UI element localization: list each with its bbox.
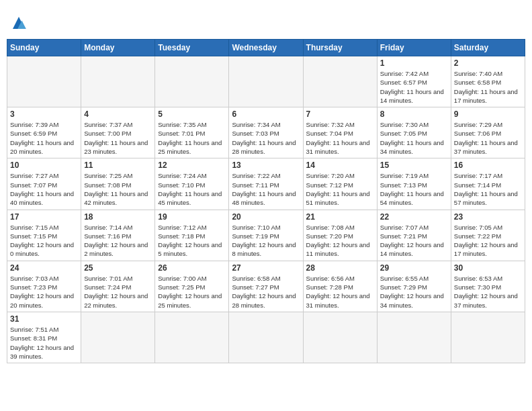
calendar-cell: 26Sunrise: 7:00 AM Sunset: 7:25 PM Dayli… <box>155 261 229 312</box>
day-info: Sunrise: 7:51 AM Sunset: 8:31 PM Dayligh… <box>10 325 78 361</box>
day-number: 24 <box>10 263 78 273</box>
calendar-cell: 22Sunrise: 7:07 AM Sunset: 7:21 PM Dayli… <box>377 210 451 261</box>
calendar-cell <box>81 56 155 107</box>
day-number: 29 <box>380 263 448 273</box>
calendar-cell: 1Sunrise: 7:42 AM Sunset: 6:57 PM Daylig… <box>377 56 451 107</box>
calendar-cell <box>303 56 377 107</box>
calendar-cell: 23Sunrise: 7:05 AM Sunset: 7:22 PM Dayli… <box>451 210 525 261</box>
day-number: 18 <box>84 212 152 222</box>
calendar-cell: 21Sunrise: 7:08 AM Sunset: 7:20 PM Dayli… <box>303 210 377 261</box>
day-info: Sunrise: 7:20 AM Sunset: 7:12 PM Dayligh… <box>306 171 374 207</box>
calendar-cell: 11Sunrise: 7:25 AM Sunset: 7:08 PM Dayli… <box>81 158 155 210</box>
logo-icon <box>7 11 31 35</box>
day-number: 6 <box>232 109 300 119</box>
day-info: Sunrise: 7:19 AM Sunset: 7:13 PM Dayligh… <box>380 171 448 207</box>
day-info: Sunrise: 7:14 AM Sunset: 7:16 PM Dayligh… <box>84 223 152 259</box>
calendar-cell: 8Sunrise: 7:30 AM Sunset: 7:05 PM Daylig… <box>377 107 451 158</box>
calendar-cell: 16Sunrise: 7:17 AM Sunset: 7:14 PM Dayli… <box>451 158 525 210</box>
day-info: Sunrise: 6:56 AM Sunset: 7:28 PM Dayligh… <box>306 274 374 310</box>
day-number: 22 <box>380 212 448 222</box>
day-number: 13 <box>232 161 300 170</box>
day-number: 26 <box>158 263 226 273</box>
calendar-cell <box>155 56 229 107</box>
calendar-cell: 12Sunrise: 7:24 AM Sunset: 7:10 PM Dayli… <box>155 158 229 210</box>
calendar-cell <box>377 312 451 363</box>
day-info: Sunrise: 7:27 AM Sunset: 7:07 PM Dayligh… <box>10 171 78 207</box>
day-info: Sunrise: 6:53 AM Sunset: 7:30 PM Dayligh… <box>454 274 522 310</box>
day-info: Sunrise: 7:07 AM Sunset: 7:21 PM Dayligh… <box>380 223 448 259</box>
day-number: 15 <box>380 161 448 170</box>
calendar-cell <box>303 312 377 363</box>
day-info: Sunrise: 7:42 AM Sunset: 6:57 PM Dayligh… <box>380 69 448 105</box>
week-row-5: 24Sunrise: 7:03 AM Sunset: 7:23 PM Dayli… <box>7 261 525 312</box>
day-number: 1 <box>380 58 448 68</box>
week-row-1: 1Sunrise: 7:42 AM Sunset: 6:57 PM Daylig… <box>7 56 525 107</box>
calendar-cell: 9Sunrise: 7:29 AM Sunset: 7:06 PM Daylig… <box>451 107 525 158</box>
weekday-header-tuesday: Tuesday <box>155 40 229 56</box>
day-number: 9 <box>454 109 522 119</box>
calendar-cell: 15Sunrise: 7:19 AM Sunset: 7:13 PM Dayli… <box>377 158 451 210</box>
calendar-cell: 7Sunrise: 7:32 AM Sunset: 7:04 PM Daylig… <box>303 107 377 158</box>
day-info: Sunrise: 7:24 AM Sunset: 7:10 PM Dayligh… <box>158 171 226 207</box>
calendar-cell: 17Sunrise: 7:15 AM Sunset: 7:15 PM Dayli… <box>7 210 81 261</box>
day-info: Sunrise: 6:55 AM Sunset: 7:29 PM Dayligh… <box>380 274 448 310</box>
calendar-cell <box>81 312 155 363</box>
day-number: 20 <box>232 212 300 222</box>
weekday-header-row: SundayMondayTuesdayWednesdayThursdayFrid… <box>7 40 525 56</box>
calendar-cell: 3Sunrise: 7:39 AM Sunset: 6:59 PM Daylig… <box>7 107 81 158</box>
calendar-cell <box>7 56 81 107</box>
day-info: Sunrise: 7:39 AM Sunset: 6:59 PM Dayligh… <box>10 120 78 156</box>
day-info: Sunrise: 7:37 AM Sunset: 7:00 PM Dayligh… <box>84 120 152 156</box>
day-info: Sunrise: 7:05 AM Sunset: 7:22 PM Dayligh… <box>454 223 522 259</box>
week-row-4: 17Sunrise: 7:15 AM Sunset: 7:15 PM Dayli… <box>7 210 525 261</box>
day-number: 4 <box>84 109 152 119</box>
day-info: Sunrise: 6:58 AM Sunset: 7:27 PM Dayligh… <box>232 274 300 310</box>
calendar-cell: 13Sunrise: 7:22 AM Sunset: 7:11 PM Dayli… <box>229 158 303 210</box>
calendar-cell: 10Sunrise: 7:27 AM Sunset: 7:07 PM Dayli… <box>7 158 81 210</box>
calendar-cell <box>451 312 525 363</box>
calendar-cell: 27Sunrise: 6:58 AM Sunset: 7:27 PM Dayli… <box>229 261 303 312</box>
calendar-cell: 18Sunrise: 7:14 AM Sunset: 7:16 PM Dayli… <box>81 210 155 261</box>
week-row-3: 10Sunrise: 7:27 AM Sunset: 7:07 PM Dayli… <box>7 158 525 210</box>
calendar-cell: 14Sunrise: 7:20 AM Sunset: 7:12 PM Dayli… <box>303 158 377 210</box>
weekday-header-thursday: Thursday <box>303 40 377 56</box>
day-info: Sunrise: 7:01 AM Sunset: 7:24 PM Dayligh… <box>84 274 152 310</box>
logo <box>7 11 35 35</box>
day-number: 2 <box>454 58 522 68</box>
day-number: 30 <box>454 263 522 273</box>
weekday-header-saturday: Saturday <box>451 40 525 56</box>
page: SundayMondayTuesdayWednesdayThursdayFrid… <box>0 0 532 370</box>
day-info: Sunrise: 7:30 AM Sunset: 7:05 PM Dayligh… <box>380 120 448 156</box>
day-number: 12 <box>158 161 226 170</box>
week-row-6: 31Sunrise: 7:51 AM Sunset: 8:31 PM Dayli… <box>7 312 525 363</box>
day-number: 14 <box>306 161 374 170</box>
day-number: 23 <box>454 212 522 222</box>
calendar-cell: 28Sunrise: 6:56 AM Sunset: 7:28 PM Dayli… <box>303 261 377 312</box>
calendar-cell: 2Sunrise: 7:40 AM Sunset: 6:58 PM Daylig… <box>451 56 525 107</box>
calendar-cell: 19Sunrise: 7:12 AM Sunset: 7:18 PM Dayli… <box>155 210 229 261</box>
calendar-cell: 30Sunrise: 6:53 AM Sunset: 7:30 PM Dayli… <box>451 261 525 312</box>
calendar-cell <box>229 56 303 107</box>
day-info: Sunrise: 7:15 AM Sunset: 7:15 PM Dayligh… <box>10 223 78 259</box>
day-number: 5 <box>158 109 226 119</box>
day-number: 21 <box>306 212 374 222</box>
calendar-cell: 6Sunrise: 7:34 AM Sunset: 7:03 PM Daylig… <box>229 107 303 158</box>
day-info: Sunrise: 7:03 AM Sunset: 7:23 PM Dayligh… <box>10 274 78 310</box>
calendar-cell: 31Sunrise: 7:51 AM Sunset: 8:31 PM Dayli… <box>7 312 81 363</box>
header <box>7 7 525 35</box>
day-info: Sunrise: 7:25 AM Sunset: 7:08 PM Dayligh… <box>84 171 152 207</box>
calendar-cell: 20Sunrise: 7:10 AM Sunset: 7:19 PM Dayli… <box>229 210 303 261</box>
day-info: Sunrise: 7:34 AM Sunset: 7:03 PM Dayligh… <box>232 120 300 156</box>
day-number: 8 <box>380 109 448 119</box>
calendar-cell: 4Sunrise: 7:37 AM Sunset: 7:00 PM Daylig… <box>81 107 155 158</box>
day-number: 28 <box>306 263 374 273</box>
day-info: Sunrise: 7:10 AM Sunset: 7:19 PM Dayligh… <box>232 223 300 259</box>
day-number: 17 <box>10 212 78 222</box>
day-number: 11 <box>84 161 152 170</box>
day-info: Sunrise: 7:08 AM Sunset: 7:20 PM Dayligh… <box>306 223 374 259</box>
weekday-header-wednesday: Wednesday <box>229 40 303 56</box>
day-info: Sunrise: 7:17 AM Sunset: 7:14 PM Dayligh… <box>454 171 522 207</box>
calendar-cell: 24Sunrise: 7:03 AM Sunset: 7:23 PM Dayli… <box>7 261 81 312</box>
weekday-header-monday: Monday <box>81 40 155 56</box>
day-info: Sunrise: 7:40 AM Sunset: 6:58 PM Dayligh… <box>454 69 522 105</box>
